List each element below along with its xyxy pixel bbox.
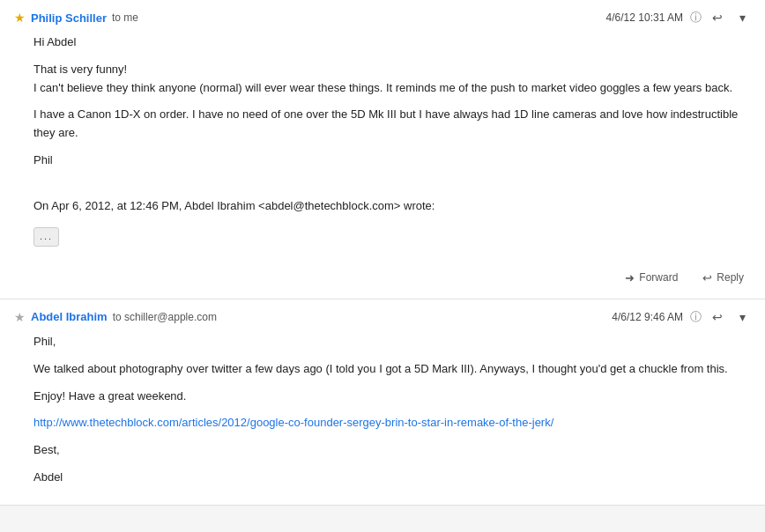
info-icon-2[interactable]: ⓘ [690, 309, 702, 325]
email-actions-1: ➜ Forward ↩ Reply [0, 262, 765, 299]
body-para-1-3: Phil [33, 151, 751, 170]
reply-button-1[interactable]: ↩ Reply [695, 268, 751, 288]
forward-icon-1: ➜ [625, 271, 635, 284]
body-para-1-2: I have a Canon 1D-X on order. I have no … [33, 106, 751, 143]
quoted-toggle-1[interactable]: ... [33, 227, 59, 247]
header-right-2: 4/6/12 9:46 AM ⓘ ↩ ▾ [612, 308, 751, 326]
body-para-2-5: Abdel [33, 469, 751, 487]
quoted-header-1: On Apr 6, 2012, at 12:46 PM, Abdel Ibrah… [33, 197, 751, 216]
star-icon-1[interactable]: ★ [14, 11, 26, 25]
body-para-2-4: Best, [33, 441, 751, 460]
body-para-2-0: Phil, [33, 333, 751, 351]
reply-icon-1[interactable]: ↩ [709, 9, 726, 26]
reply-label-1: Reply [717, 271, 744, 284]
body-para-1-0: Hi Abdel [33, 33, 751, 52]
star-icon-2[interactable]: ★ [14, 310, 26, 324]
timestamp-2: 4/6/12 9:46 AM [612, 311, 683, 323]
info-icon-1[interactable]: ⓘ [690, 10, 702, 26]
email-body-2: Phil, We talked about photography over t… [0, 331, 765, 505]
email-item-1: ★ Philip Schiller to me 4/6/12 10:31 AM … [0, 0, 765, 299]
forward-button-1[interactable]: ➜ Forward [618, 268, 685, 288]
email-body-1: Hi Abdel That is very funny!I can't beli… [0, 32, 765, 262]
more-icon-2[interactable]: ▾ [733, 308, 751, 326]
body-para-2-2: Enjoy! Have a great weekend. [33, 388, 751, 406]
email-thread: ★ Philip Schiller to me 4/6/12 10:31 AM … [0, 0, 765, 506]
email-header-1: ★ Philip Schiller to me 4/6/12 10:31 AM … [0, 0, 765, 32]
body-para-2-1: We talked about photography over twitter… [33, 360, 751, 379]
email-header-2: ★ Abdel Ibrahim to schiller@apple.com 4/… [0, 299, 765, 331]
to-label-2: to schiller@apple.com [113, 311, 217, 323]
reply-btn-icon-1: ↩ [702, 271, 712, 284]
sender-name-1: Philip Schiller [31, 11, 107, 25]
sender-name-2: Abdel Ibrahim [31, 310, 108, 323]
more-icon-1[interactable]: ▾ [733, 9, 751, 26]
timestamp-1: 4/6/12 10:31 AM [606, 11, 683, 24]
email-item-2: ★ Abdel Ibrahim to schiller@apple.com 4/… [0, 299, 765, 506]
to-label-1: to me [112, 11, 138, 24]
reply-icon-2[interactable]: ↩ [709, 308, 726, 326]
body-link-2: http://www.thetechblock.com/articles/201… [33, 414, 751, 432]
header-right-1: 4/6/12 10:31 AM ⓘ ↩ ▾ [606, 9, 751, 26]
forward-label-1: Forward [639, 271, 678, 284]
body-para-1-1: That is very funny!I can't believe they … [33, 61, 751, 98]
article-link-2[interactable]: http://www.thetechblock.com/articles/201… [33, 416, 553, 429]
